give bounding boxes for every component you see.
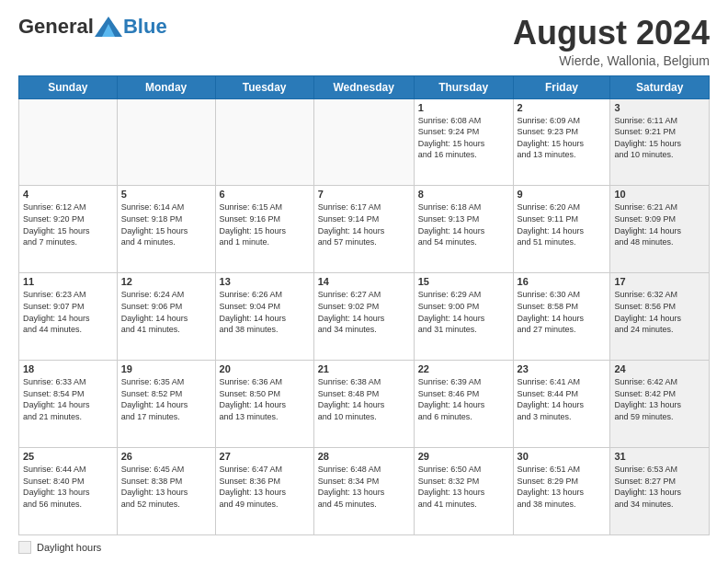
- table-row: 7Sunrise: 6:17 AMSunset: 9:14 PMDaylight…: [313, 186, 414, 273]
- table-row: 2Sunrise: 6:09 AMSunset: 9:23 PMDaylight…: [513, 98, 610, 186]
- day-number: 1: [418, 102, 509, 113]
- day-number: 25: [23, 451, 113, 462]
- day-info: Sunrise: 6:45 AMSunset: 8:38 PMDaylight:…: [121, 464, 211, 510]
- day-number: 22: [418, 363, 509, 374]
- header-wednesday: Wednesday: [313, 75, 414, 98]
- day-number: 4: [23, 189, 113, 200]
- table-row: [19, 98, 118, 186]
- header-saturday: Saturday: [610, 75, 710, 98]
- day-number: 19: [121, 363, 211, 374]
- table-row: 24Sunrise: 6:42 AMSunset: 8:42 PMDayligh…: [610, 361, 710, 448]
- day-info: Sunrise: 6:32 AMSunset: 8:56 PMDaylight:…: [614, 289, 705, 335]
- daylight-legend-box: [18, 541, 31, 554]
- day-info: Sunrise: 6:24 AMSunset: 9:06 PMDaylight:…: [121, 289, 211, 335]
- location-subtitle: Wierde, Wallonia, Belgium: [513, 53, 710, 68]
- day-number: 15: [418, 276, 509, 287]
- daylight-legend-label: Daylight hours: [37, 542, 101, 553]
- day-info: Sunrise: 6:11 AMSunset: 9:21 PMDaylight:…: [614, 115, 705, 161]
- day-info: Sunrise: 6:36 AMSunset: 8:50 PMDaylight:…: [220, 376, 310, 422]
- table-row: 5Sunrise: 6:14 AMSunset: 9:18 PMDaylight…: [117, 186, 215, 273]
- day-info: Sunrise: 6:14 AMSunset: 9:18 PMDaylight:…: [121, 201, 211, 247]
- table-row: 12Sunrise: 6:24 AMSunset: 9:06 PMDayligh…: [117, 273, 215, 361]
- calendar-week-row: 11Sunrise: 6:23 AMSunset: 9:07 PMDayligh…: [19, 273, 710, 361]
- logo-flag-icon: [95, 17, 122, 37]
- header: General Blue August 2024 Wierde, Walloni…: [18, 15, 710, 68]
- table-row: 31Sunrise: 6:53 AMSunset: 8:27 PMDayligh…: [610, 448, 710, 535]
- table-row: 13Sunrise: 6:26 AMSunset: 9:04 PMDayligh…: [215, 273, 313, 361]
- day-number: 27: [220, 451, 310, 462]
- calendar-week-row: 1Sunrise: 6:08 AMSunset: 9:24 PMDaylight…: [19, 98, 710, 186]
- day-number: 31: [614, 451, 705, 462]
- day-info: Sunrise: 6:21 AMSunset: 9:09 PMDaylight:…: [614, 201, 705, 247]
- day-number: 12: [121, 276, 211, 287]
- day-number: 7: [318, 189, 410, 200]
- header-tuesday: Tuesday: [215, 75, 313, 98]
- page: General Blue August 2024 Wierde, Walloni…: [0, 0, 728, 563]
- day-info: Sunrise: 6:30 AMSunset: 8:58 PMDaylight:…: [518, 289, 607, 335]
- day-info: Sunrise: 6:41 AMSunset: 8:44 PMDaylight:…: [518, 376, 607, 422]
- logo-general-text: General: [18, 15, 94, 39]
- day-number: 8: [418, 189, 509, 200]
- table-row: [117, 98, 215, 186]
- table-row: 4Sunrise: 6:12 AMSunset: 9:20 PMDaylight…: [19, 186, 118, 273]
- day-number: 14: [318, 276, 410, 287]
- day-info: Sunrise: 6:26 AMSunset: 9:04 PMDaylight:…: [220, 289, 310, 335]
- table-row: 20Sunrise: 6:36 AMSunset: 8:50 PMDayligh…: [215, 361, 313, 448]
- table-row: 9Sunrise: 6:20 AMSunset: 9:11 PMDaylight…: [513, 186, 610, 273]
- table-row: 19Sunrise: 6:35 AMSunset: 8:52 PMDayligh…: [117, 361, 215, 448]
- table-row: 3Sunrise: 6:11 AMSunset: 9:21 PMDaylight…: [610, 98, 710, 186]
- table-row: 16Sunrise: 6:30 AMSunset: 8:58 PMDayligh…: [513, 273, 610, 361]
- day-info: Sunrise: 6:27 AMSunset: 9:02 PMDaylight:…: [318, 289, 410, 335]
- day-number: 23: [518, 363, 607, 374]
- day-number: 6: [220, 189, 310, 200]
- table-row: 26Sunrise: 6:45 AMSunset: 8:38 PMDayligh…: [117, 448, 215, 535]
- day-number: 11: [23, 276, 113, 287]
- header-friday: Friday: [513, 75, 610, 98]
- day-info: Sunrise: 6:38 AMSunset: 8:48 PMDaylight:…: [318, 376, 410, 422]
- title-area: August 2024 Wierde, Wallonia, Belgium: [513, 15, 710, 68]
- day-info: Sunrise: 6:09 AMSunset: 9:23 PMDaylight:…: [518, 115, 607, 161]
- table-row: [215, 98, 313, 186]
- table-row: 21Sunrise: 6:38 AMSunset: 8:48 PMDayligh…: [313, 361, 414, 448]
- day-info: Sunrise: 6:15 AMSunset: 9:16 PMDaylight:…: [220, 201, 310, 247]
- calendar-table: Sunday Monday Tuesday Wednesday Thursday…: [18, 75, 710, 535]
- day-info: Sunrise: 6:50 AMSunset: 8:32 PMDaylight:…: [418, 464, 509, 510]
- month-title: August 2024: [513, 15, 710, 52]
- logo: General Blue: [18, 15, 167, 39]
- footer: Daylight hours: [18, 541, 710, 554]
- table-row: 17Sunrise: 6:32 AMSunset: 8:56 PMDayligh…: [610, 273, 710, 361]
- day-number: 24: [614, 363, 705, 374]
- table-row: 22Sunrise: 6:39 AMSunset: 8:46 PMDayligh…: [414, 361, 513, 448]
- day-info: Sunrise: 6:47 AMSunset: 8:36 PMDaylight:…: [220, 464, 310, 510]
- day-info: Sunrise: 6:35 AMSunset: 8:52 PMDaylight:…: [121, 376, 211, 422]
- day-number: 17: [614, 276, 705, 287]
- day-info: Sunrise: 6:53 AMSunset: 8:27 PMDaylight:…: [614, 464, 705, 510]
- day-info: Sunrise: 6:12 AMSunset: 9:20 PMDaylight:…: [23, 201, 113, 247]
- logo-blue-text: Blue: [123, 15, 167, 39]
- header-monday: Monday: [117, 75, 215, 98]
- day-info: Sunrise: 6:18 AMSunset: 9:13 PMDaylight:…: [418, 201, 509, 247]
- day-number: 2: [518, 102, 607, 113]
- table-row: 14Sunrise: 6:27 AMSunset: 9:02 PMDayligh…: [313, 273, 414, 361]
- calendar-week-row: 4Sunrise: 6:12 AMSunset: 9:20 PMDaylight…: [19, 186, 710, 273]
- table-row: 27Sunrise: 6:47 AMSunset: 8:36 PMDayligh…: [215, 448, 313, 535]
- day-info: Sunrise: 6:48 AMSunset: 8:34 PMDaylight:…: [318, 464, 410, 510]
- day-number: 18: [23, 363, 113, 374]
- day-info: Sunrise: 6:51 AMSunset: 8:29 PMDaylight:…: [518, 464, 607, 510]
- table-row: 18Sunrise: 6:33 AMSunset: 8:54 PMDayligh…: [19, 361, 118, 448]
- day-number: 3: [614, 102, 705, 113]
- table-row: 29Sunrise: 6:50 AMSunset: 8:32 PMDayligh…: [414, 448, 513, 535]
- day-info: Sunrise: 6:08 AMSunset: 9:24 PMDaylight:…: [418, 115, 509, 161]
- day-number: 29: [418, 451, 509, 462]
- table-row: 8Sunrise: 6:18 AMSunset: 9:13 PMDaylight…: [414, 186, 513, 273]
- day-info: Sunrise: 6:20 AMSunset: 9:11 PMDaylight:…: [518, 201, 607, 247]
- day-number: 28: [318, 451, 410, 462]
- day-number: 20: [220, 363, 310, 374]
- table-row: 1Sunrise: 6:08 AMSunset: 9:24 PMDaylight…: [414, 98, 513, 186]
- day-number: 5: [121, 189, 211, 200]
- day-number: 10: [614, 189, 705, 200]
- day-number: 13: [220, 276, 310, 287]
- table-row: 15Sunrise: 6:29 AMSunset: 9:00 PMDayligh…: [414, 273, 513, 361]
- day-number: 30: [518, 451, 607, 462]
- calendar-header-row: Sunday Monday Tuesday Wednesday Thursday…: [19, 75, 710, 98]
